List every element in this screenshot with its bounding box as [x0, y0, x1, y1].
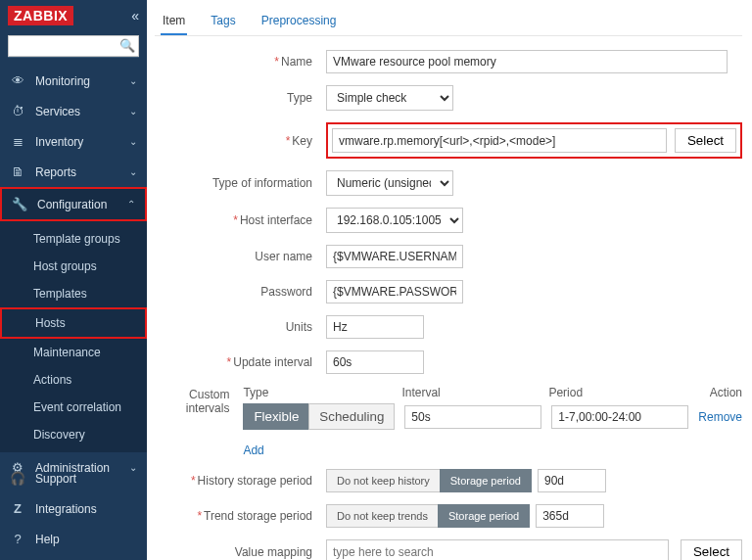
history-nokeep-button[interactable]: Do not keep history — [326, 469, 441, 492]
label-key: Key — [292, 134, 312, 148]
ci-add-link[interactable]: Add — [243, 443, 263, 457]
update-interval-input[interactable] — [326, 350, 424, 374]
units-input[interactable] — [326, 315, 424, 339]
row-host-interface: *Host interface 192.168.0.105:10050 — [155, 208, 742, 233]
sidebar: ZABBIX « 🔍 👁 Monitoring ⌄ ⏱ Services ⌄ ≣… — [0, 0, 147, 560]
info-select[interactable]: Numeric (unsigned) — [326, 170, 453, 196]
ci-type-seg: Flexible Scheduling — [243, 403, 395, 430]
label-units: Units — [286, 320, 312, 334]
list-icon: ≣ — [10, 134, 25, 149]
row-type: Type Simple check — [155, 85, 742, 111]
row-name: *Name — [155, 50, 742, 73]
sub-template-groups[interactable]: Template groups — [0, 225, 147, 253]
key-highlight: Select — [326, 122, 742, 159]
search-icon[interactable]: 🔍 — [119, 38, 135, 53]
tab-item[interactable]: Item — [161, 8, 187, 35]
nav-reports[interactable]: 🗎 Reports ⌄ — [0, 157, 147, 187]
ci-flexible-button[interactable]: Flexible — [243, 403, 309, 430]
label-host-if: Host interface — [240, 213, 312, 227]
sub-event-correlation[interactable]: Event correlation — [0, 394, 147, 421]
vmap-select-button[interactable]: Select — [681, 539, 742, 560]
sub-maintenance[interactable]: Maintenance — [0, 339, 147, 366]
chevron-up-icon: ⌃ — [127, 199, 135, 210]
row-value-mapping: Value mapping Select — [155, 539, 742, 560]
trend-nokeep-button[interactable]: Do not keep trends — [326, 504, 439, 528]
ci-head-type: Type — [243, 386, 392, 399]
sub-actions[interactable]: Actions — [0, 366, 147, 394]
nav-label: Services — [35, 105, 119, 118]
row-update-interval: *Update interval — [155, 350, 742, 374]
chevron-down-icon: ⌄ — [129, 106, 137, 117]
nav-services[interactable]: ⏱ Services ⌄ — [0, 96, 147, 126]
collapse-icon[interactable]: « — [131, 8, 139, 23]
key-select-button[interactable]: Select — [675, 128, 736, 153]
nav-label: Monitoring — [35, 74, 119, 88]
sub-hosts[interactable]: Hosts — [0, 307, 147, 339]
host-if-select[interactable]: 192.168.0.105:10050 — [326, 208, 463, 233]
ci-scheduling-button[interactable]: Scheduling — [308, 403, 395, 430]
pass-input[interactable] — [326, 280, 463, 303]
label-pass: Password — [260, 285, 312, 299]
footer-support[interactable]: 🎧 Support — [0, 463, 147, 493]
z-icon: Z — [10, 501, 25, 516]
ci-head-action: Action — [710, 386, 742, 399]
row-pass: Password — [155, 280, 742, 303]
sub-discovery[interactable]: Discovery — [0, 421, 147, 448]
label-user: User name — [255, 250, 312, 263]
label-vmap: Value mapping — [235, 545, 312, 559]
sub-templates[interactable]: Templates — [0, 280, 147, 307]
tab-tags[interactable]: Tags — [209, 8, 237, 35]
footer-help[interactable]: ? Help — [0, 524, 147, 554]
ci-period-input[interactable] — [551, 405, 688, 429]
sidebar-nav: 👁 Monitoring ⌄ ⏱ Services ⌄ ≣ Inventory … — [0, 66, 147, 483]
nav-inventory[interactable]: ≣ Inventory ⌄ — [0, 126, 147, 157]
label-info: Type of information — [212, 176, 312, 190]
label-trend: Trend storage period — [204, 509, 312, 523]
main: Item Tags Preprocessing *Name Type Simpl… — [147, 0, 752, 560]
row-info: Type of information Numeric (unsigned) — [155, 170, 742, 196]
label-history: History storage period — [198, 474, 312, 488]
chevron-down-icon: ⌄ — [129, 136, 137, 147]
nav-label: Inventory — [35, 135, 119, 149]
row-history: *History storage period Do not keep hist… — [155, 469, 742, 492]
tabs: Item Tags Preprocessing — [155, 8, 742, 36]
history-period-button[interactable]: Storage period — [440, 469, 532, 492]
headset-icon: 🎧 — [10, 471, 25, 486]
row-trend: *Trend storage period Do not keep trends… — [155, 504, 742, 528]
logo[interactable]: ZABBIX — [8, 6, 73, 25]
history-value-input[interactable] — [538, 469, 606, 492]
stopwatch-icon: ⏱ — [10, 104, 25, 118]
ci-head: Type Interval Period Action — [243, 386, 742, 399]
nav-label: Reports — [35, 165, 119, 179]
config-submenu: Template groups Host groups Templates Ho… — [0, 221, 147, 452]
sidebar-search[interactable]: 🔍 — [8, 35, 139, 58]
label-custom: Custom intervals — [186, 388, 230, 415]
label-name: Name — [281, 55, 312, 69]
wrench-icon: 🔧 — [12, 197, 27, 211]
footer-integrations[interactable]: Z Integrations — [0, 493, 147, 524]
user-input[interactable] — [326, 245, 463, 268]
sidebar-footer: 🎧 Support Z Integrations ? Help — [0, 463, 147, 554]
row-custom-intervals: Custom intervals Type Interval Period Ac… — [155, 386, 742, 457]
chevron-down-icon: ⌄ — [129, 166, 137, 177]
tab-preprocessing[interactable]: Preprocessing — [259, 8, 339, 35]
name-input[interactable] — [326, 50, 728, 73]
item-form: *Name Type Simple check *Key Select Type… — [155, 36, 742, 560]
help-icon: ? — [10, 532, 25, 546]
brand-row: ZABBIX « — [0, 0, 147, 31]
nav-configuration[interactable]: 🔧 Configuration ⌃ — [0, 187, 147, 221]
nav-monitoring[interactable]: 👁 Monitoring ⌄ — [0, 66, 147, 96]
ci-remove-link[interactable]: Remove — [698, 410, 742, 424]
vmap-input[interactable] — [326, 539, 669, 560]
trend-period-button[interactable]: Storage period — [438, 504, 530, 528]
type-select[interactable]: Simple check — [326, 85, 453, 111]
trend-value-input[interactable] — [536, 504, 604, 528]
row-user: User name — [155, 245, 742, 268]
key-input[interactable] — [332, 128, 667, 153]
ci-head-interval: Interval — [401, 386, 539, 399]
footer-label: Support — [35, 472, 137, 486]
sub-host-groups[interactable]: Host groups — [0, 253, 147, 280]
label-upd: Update interval — [233, 355, 312, 369]
ci-interval-input[interactable] — [404, 405, 541, 429]
footer-label: Integrations — [35, 502, 137, 516]
